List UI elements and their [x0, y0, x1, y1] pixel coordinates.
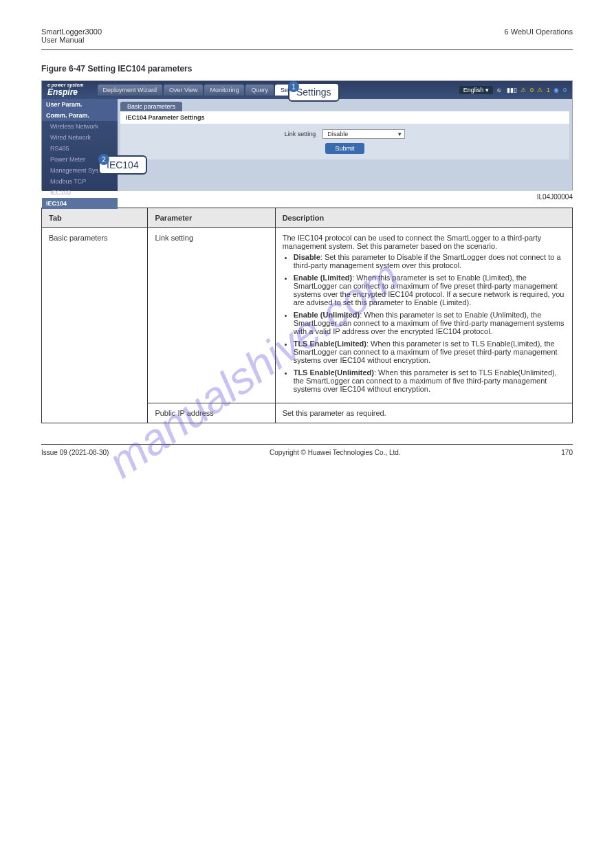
nav-query[interactable]: Query: [245, 85, 274, 96]
footer-left: Issue 09 (2021-08-30): [41, 449, 109, 456]
main-tabs: Basic parameters: [120, 102, 569, 111]
figure-label: Figure 6-47: [41, 64, 85, 74]
sidebar-user-param[interactable]: User Param.: [42, 99, 118, 110]
cell-desc: Set this parameter as required.: [275, 403, 572, 423]
th-tab: Tab: [42, 208, 148, 228]
sidebar-iec103[interactable]: IEC103: [42, 187, 118, 198]
list-item: Enable (Unlimited): When this parameter …: [294, 311, 565, 335]
sidebar-iec104[interactable]: IEC104: [42, 198, 118, 209]
list-item: TLS Enable(Limited): When this parameter…: [294, 340, 565, 364]
callout-num-1: 1: [288, 81, 299, 92]
figure-id: IL04J00004: [41, 193, 573, 201]
header-right-area: English ▾ ⎋ ▮▮▯ ⚠ 0 ⚠ 1 ◉ 0: [459, 86, 567, 94]
page-header: SmartLogger3000 User Manual 6 WebUI Oper…: [41, 27, 573, 50]
desc-list: Disable: Set this parameter to Disable i…: [283, 253, 565, 393]
sidebar-rs485[interactable]: RS485: [42, 143, 118, 154]
warn-icon[interactable]: ⚠ 0: [520, 87, 534, 93]
desc-intro: The IEC104 protocol can be used to conne…: [283, 234, 565, 250]
cell-desc: The IEC104 protocol can be used to conne…: [275, 228, 572, 403]
nav-deployment-wizard[interactable]: Deployment Wizard: [98, 85, 163, 96]
status-icons: ▮▮▯ ⚠ 0 ⚠ 1 ◉ 0: [505, 87, 567, 93]
cell-tab: Basic parameters: [42, 228, 148, 423]
cell-param: Link setting: [148, 228, 275, 403]
header-left: SmartLogger3000 User Manual: [41, 27, 102, 44]
callout-settings-label: Settings: [296, 87, 331, 98]
minor-icon[interactable]: ⚠ 1: [537, 87, 550, 93]
list-item: Enable (Limited): When this parameter is…: [294, 274, 565, 307]
callout-iec104: 2 IEC104: [98, 155, 147, 175]
sidebar-wireless-network[interactable]: Wireless Network: [42, 121, 118, 132]
logout-icon[interactable]: ⎋: [497, 87, 501, 93]
app-logo: e power system Enspire: [47, 83, 98, 97]
footer-right: 170: [561, 449, 573, 456]
form-area: Link setting Disable Submit: [120, 124, 569, 159]
callout-num-2: 2: [98, 154, 109, 165]
field-label-link-setting: Link setting: [285, 131, 316, 137]
header-right: 6 WebUI Operations: [505, 27, 573, 44]
sidebar-comm-param[interactable]: Comm. Param.: [42, 110, 118, 121]
sidebar: User Param. Comm. Param. Wireless Networ…: [42, 99, 118, 191]
link-setting-dropdown[interactable]: Disable: [322, 129, 405, 139]
panel-title: IEC104 Parameter Settings: [120, 111, 569, 124]
footer-center: Copyright © Huawei Technologies Co., Ltd…: [270, 449, 401, 456]
list-item: Disable: Set this parameter to Disable i…: [294, 253, 565, 269]
nav-monitoring[interactable]: Monitoring: [204, 85, 244, 96]
signal-icon: ▮▮▯: [507, 87, 517, 93]
main-panel: Basic parameters IEC104 Parameter Settin…: [118, 99, 572, 191]
list-item: TLS Enable(Unlimited): When this paramet…: [294, 368, 565, 393]
page-footer: Issue 09 (2021-08-30) Copyright © Huawei…: [41, 444, 573, 456]
tab-basic-parameters[interactable]: Basic parameters: [120, 102, 182, 111]
app-body: User Param. Comm. Param. Wireless Networ…: [42, 99, 572, 191]
sidebar-modbus-tcp[interactable]: Modbus TCP: [42, 176, 118, 187]
sidebar-wired-network[interactable]: Wired Network: [42, 132, 118, 143]
callout-iec104-label: IEC104: [107, 159, 139, 170]
table-row: Basic parameters Link setting The IEC104…: [42, 228, 573, 403]
nav-over-view[interactable]: Over View: [164, 85, 203, 96]
screenshot-container: 1 Settings 2 IEC104 e power system Enspi…: [41, 80, 573, 190]
th-description: Description: [275, 208, 572, 228]
cell-param: Public IP address: [148, 403, 275, 423]
info-icon[interactable]: ◉ 0: [553, 87, 567, 93]
submit-button[interactable]: Submit: [325, 143, 364, 154]
logo-main: Enspire: [47, 87, 78, 97]
language-selector[interactable]: English ▾: [459, 86, 493, 94]
callout-settings: 1 Settings: [288, 82, 340, 102]
figure-title-text: Setting IEC104 parameters: [87, 64, 192, 74]
th-parameter: Parameter: [148, 208, 275, 228]
parameter-table: Tab Parameter Description Basic paramete…: [41, 208, 573, 423]
figure-caption: Figure 6-47 Setting IEC104 parameters: [41, 64, 573, 74]
